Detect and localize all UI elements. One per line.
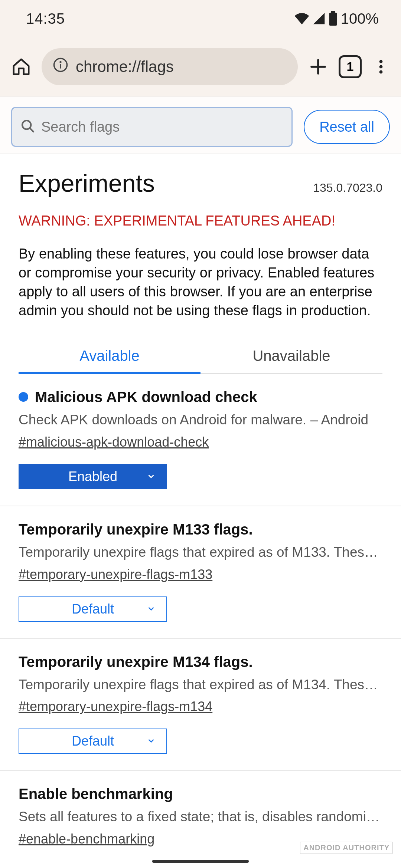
tab-unavailable[interactable]: Unavailable (200, 339, 382, 373)
flag-description: Sets all features to a fixed state; that… (19, 808, 382, 826)
tab-available[interactable]: Available (19, 339, 200, 373)
search-row: Reset all (0, 96, 401, 154)
chevron-down-icon (146, 469, 156, 484)
modified-dot-icon (19, 392, 28, 402)
flag-title: Enable benchmarking (19, 786, 382, 802)
signal-icon (313, 12, 325, 25)
flag-select-value: Enabled (68, 469, 117, 484)
page-title: Experiments (19, 169, 155, 197)
svg-rect-1 (331, 11, 335, 13)
flag-select[interactable]: Default (19, 729, 167, 754)
wifi-icon (294, 12, 310, 25)
flag-anchor-link[interactable]: #enable-benchmarking (19, 831, 154, 847)
flag-description: Temporarily unexpire flags that expired … (19, 675, 382, 694)
svg-rect-0 (329, 13, 337, 26)
chevron-down-icon (146, 733, 156, 749)
flag-title: Malicious APK download check (35, 389, 257, 405)
home-icon[interactable] (11, 57, 31, 77)
header: Experiments 135.0.7023.0 (0, 154, 401, 201)
search-input[interactable] (41, 119, 283, 135)
battery-icon (328, 11, 338, 26)
search-box[interactable] (11, 107, 293, 147)
tabs-button[interactable]: 1 (339, 55, 362, 78)
info-icon (53, 57, 68, 76)
svg-point-6 (379, 65, 383, 68)
flag-item: Malicious APK download check Check APK d… (0, 374, 401, 506)
flag-title: Temporarily unexpire M134 flags. (19, 654, 382, 670)
flag-anchor-link[interactable]: #temporary-unexpire-flags-m133 (19, 567, 212, 582)
chevron-down-icon (146, 601, 156, 617)
status-time: 14:35 (26, 10, 65, 27)
description-text: By enabling these features, you could lo… (0, 233, 401, 328)
watermark: ANDROID AUTHORITY (300, 842, 393, 854)
nav-pill[interactable] (152, 860, 249, 863)
tab-available-label: Available (79, 348, 140, 364)
overflow-menu-icon[interactable] (372, 58, 390, 76)
flag-select[interactable]: Default (19, 596, 167, 622)
flag-select-value: Default (72, 733, 114, 749)
new-tab-button[interactable] (308, 57, 328, 77)
reset-all-label: Reset all (319, 119, 374, 135)
status-bar: 14:35 100% (0, 0, 401, 37)
svg-point-3 (59, 61, 61, 63)
warning-text: WARNING: EXPERIMENTAL FEATURES AHEAD! (0, 201, 401, 233)
flag-select-value: Default (72, 601, 114, 617)
svg-point-7 (379, 70, 383, 73)
flag-description: Temporarily unexpire flags that expired … (19, 543, 382, 562)
flag-anchor-link[interactable]: #malicious-apk-download-check (19, 434, 209, 450)
search-icon (20, 119, 35, 135)
battery-text: 100% (341, 10, 379, 27)
tabs: Available Unavailable (19, 339, 382, 374)
tab-unavailable-label: Unavailable (252, 348, 330, 364)
version-label: 135.0.7023.0 (313, 181, 382, 195)
flag-item: Temporarily unexpire M133 flags. Tempora… (0, 506, 401, 639)
tab-count: 1 (347, 59, 354, 74)
omnibox-url: chrome://flags (76, 58, 174, 76)
status-indicators: 100% (294, 10, 379, 27)
flag-anchor-link[interactable]: #temporary-unexpire-flags-m134 (19, 699, 212, 714)
flag-select[interactable]: Enabled (19, 464, 167, 489)
page-content: Reset all Experiments 135.0.7023.0 WARNI… (0, 96, 401, 868)
svg-line-9 (30, 128, 33, 132)
flag-title: Temporarily unexpire M133 flags. (19, 521, 382, 538)
browser-toolbar: chrome://flags 1 (0, 37, 401, 96)
svg-point-5 (379, 60, 383, 63)
svg-rect-4 (60, 64, 61, 68)
flag-description: Check APK downloads on Android for malwa… (19, 411, 382, 429)
omnibox[interactable]: chrome://flags (42, 48, 298, 85)
flag-item: Temporarily unexpire M134 flags. Tempora… (0, 639, 401, 771)
reset-all-button[interactable]: Reset all (304, 110, 390, 144)
